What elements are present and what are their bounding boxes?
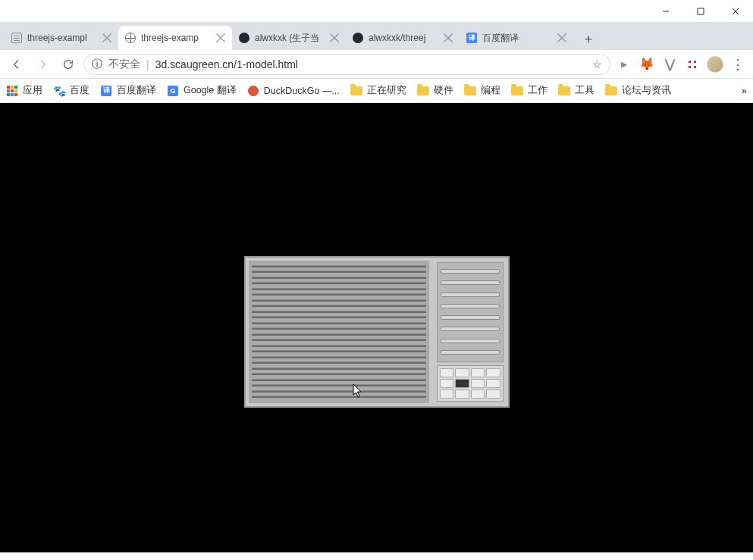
bookmark-folder-programming[interactable]: 编程: [464, 84, 500, 97]
tab-2[interactable]: alwxkxk (生子当: [232, 26, 346, 50]
globe-icon: [124, 32, 136, 44]
cursor-icon: [353, 383, 363, 399]
ac-control-panel: [437, 365, 504, 402]
folder-icon: [417, 85, 429, 97]
bookmark-label: 工作: [528, 84, 547, 97]
ac-side-panel: [432, 258, 508, 406]
bookmark-folder-work[interactable]: 工作: [511, 84, 547, 97]
bookmark-label: 正在研究: [367, 84, 406, 97]
close-icon[interactable]: [215, 33, 226, 43]
bookmark-duckduckgo[interactable]: DuckDuckGo —...: [247, 85, 340, 97]
bookmark-baidu-translate[interactable]: 译 百度翻译: [100, 84, 156, 97]
chevron-right-icon: »: [742, 86, 747, 96]
folder-icon: [511, 85, 523, 97]
bottom-white-bar: [0, 552, 753, 560]
play-icon[interactable]: ▸: [615, 55, 633, 74]
bookmarks-bar: 应用 🐾 百度 译 百度翻译 G Google 翻译 DuckDuckGo —.…: [0, 79, 753, 103]
folder-icon: [350, 85, 362, 97]
bookmark-label: 硬件: [434, 84, 453, 97]
google-translate-icon: G: [167, 85, 179, 97]
bookmark-folder-tools[interactable]: 工具: [558, 84, 595, 97]
profile-avatar[interactable]: [706, 55, 724, 74]
browser-toolbar: ⓘ 不安全 | 3d.scaugreen.cn/1-model.html ☆ ▸…: [0, 50, 753, 79]
extension-icon-3[interactable]: [683, 55, 701, 74]
tab-title: alwxkxk/threej: [369, 33, 438, 43]
ac-grille: [246, 258, 432, 406]
translate-icon: 译: [466, 32, 478, 44]
bookmark-folder-research[interactable]: 正在研究: [350, 84, 406, 97]
ac-vent: [437, 262, 504, 362]
translate-icon: 译: [100, 85, 112, 97]
folder-icon: [605, 85, 617, 97]
reload-button[interactable]: [58, 54, 79, 75]
bookmark-label: DuckDuckGo —...: [264, 86, 340, 96]
document-icon: [11, 32, 23, 44]
window-minimize-button[interactable]: [648, 0, 683, 23]
tab-1[interactable]: threejs-examp: [118, 26, 232, 50]
bookmark-label: 编程: [481, 84, 500, 97]
svg-rect-1: [698, 8, 704, 14]
bookmarks-overflow-button[interactable]: »: [742, 86, 747, 96]
info-icon[interactable]: ⓘ: [92, 58, 102, 71]
bookmark-google-translate[interactable]: G Google 翻译: [167, 84, 237, 97]
bookmark-folder-hardware[interactable]: 硬件: [417, 84, 453, 97]
browser-menu-button[interactable]: ⋮: [729, 56, 747, 73]
duckduckgo-icon: [247, 85, 259, 97]
address-bar[interactable]: ⓘ 不安全 | 3d.scaugreen.cn/1-model.html ☆: [83, 54, 610, 75]
close-icon[interactable]: [557, 33, 567, 43]
bookmark-label: 论坛与资讯: [622, 84, 671, 97]
tab-title: threejs-examp: [141, 33, 211, 43]
apps-icon: [6, 85, 18, 97]
bookmark-star-icon[interactable]: ☆: [592, 58, 602, 70]
window-titlebar: [0, 0, 753, 23]
tab-0[interactable]: threejs-exampl: [5, 26, 118, 50]
window-maximize-button[interactable]: [683, 0, 718, 23]
bookmark-label: 工具: [575, 84, 595, 97]
tab-title: alwxkxk (生子当: [255, 32, 325, 45]
tab-strip: threejs-exampl threejs-examp alwxkxk (生子…: [0, 23, 753, 50]
tab-title: threejs-exampl: [27, 33, 97, 43]
github-icon: [352, 32, 364, 44]
bookmark-apps[interactable]: 应用: [6, 84, 42, 97]
tab-3[interactable]: alwxkxk/threej: [346, 26, 460, 50]
bookmark-label: 应用: [23, 84, 42, 97]
close-icon[interactable]: [102, 33, 112, 43]
baidu-icon: 🐾: [53, 85, 65, 97]
bookmark-label: Google 翻译: [184, 84, 237, 97]
page-content[interactable]: [0, 103, 753, 560]
close-icon[interactable]: [443, 33, 453, 43]
extension-icon-2[interactable]: ⋁: [660, 55, 679, 74]
bookmark-label: 百度: [70, 84, 89, 97]
plus-icon: +: [585, 32, 593, 48]
bookmark-label: 百度翻译: [117, 84, 156, 97]
new-tab-button[interactable]: +: [578, 29, 599, 50]
tab-title: 百度翻译: [482, 32, 552, 45]
folder-icon: [464, 85, 476, 97]
extension-icon-1[interactable]: 🦊: [638, 55, 656, 74]
bookmark-folder-forums[interactable]: 论坛与资讯: [605, 84, 671, 97]
close-icon[interactable]: [329, 33, 340, 43]
forward-button[interactable]: [32, 54, 53, 75]
window-close-button[interactable]: [718, 0, 753, 23]
tab-4[interactable]: 译 百度翻译: [460, 26, 573, 50]
threejs-canvas[interactable]: [244, 256, 510, 408]
security-label: 不安全: [108, 58, 140, 71]
back-button[interactable]: [6, 54, 27, 75]
folder-icon: [558, 85, 570, 97]
separator: |: [146, 58, 149, 70]
github-icon: [238, 32, 250, 44]
url-text: 3d.scaugreen.cn/1-model.html: [155, 58, 586, 70]
kebab-icon: ⋮: [731, 56, 745, 73]
bookmark-baidu[interactable]: 🐾 百度: [53, 84, 89, 97]
